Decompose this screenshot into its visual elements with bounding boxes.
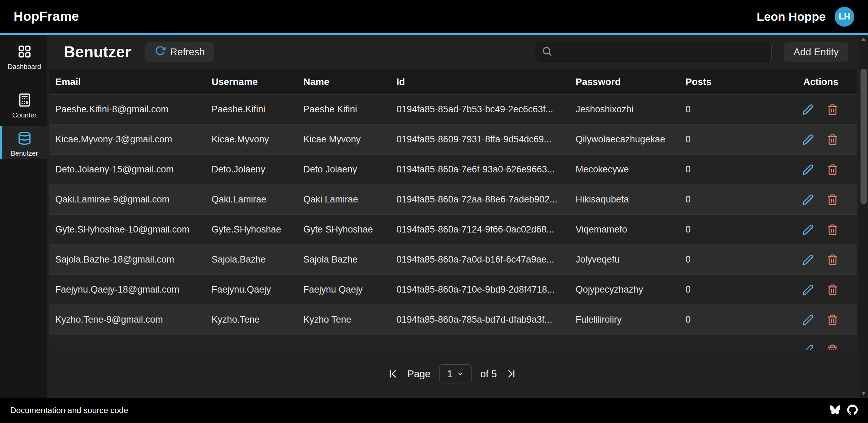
pagination: Page 1 of 5	[47, 363, 857, 384]
scroll-up-arrow[interactable]	[862, 38, 866, 41]
table-row: Kyzho.Tene-9@gmail.com Kyzho.Tene Kyzho …	[49, 305, 857, 335]
cell-posts: 0	[685, 314, 754, 325]
edit-row-button[interactable]	[802, 344, 814, 350]
cell-id: 0194fa85-860a-710e-9bd9-2d8f4718...	[396, 284, 576, 295]
delete-row-button[interactable]	[827, 164, 838, 175]
delete-row-button[interactable]	[827, 254, 838, 266]
footer-icons	[830, 405, 858, 417]
cell-username: Paeshe.Kifini	[212, 104, 303, 115]
delete-row-button[interactable]	[827, 224, 838, 236]
bluesky-icon[interactable]	[830, 405, 840, 417]
cell-actions	[754, 314, 857, 326]
github-icon[interactable]	[847, 405, 858, 417]
edit-row-button[interactable]	[802, 314, 814, 326]
refresh-button[interactable]: Refresh	[145, 42, 215, 62]
column-header-name: Name	[303, 76, 396, 87]
footer: Documentation and source code	[0, 398, 868, 423]
delete-row-button[interactable]	[827, 344, 838, 350]
toolbar: Benutzer Refresh Add Entity	[47, 35, 857, 69]
search-box	[535, 42, 772, 62]
cell-name: Paeshe Kifini	[303, 104, 396, 115]
cell-actions	[754, 134, 857, 145]
sidebar-item-benutzer[interactable]: Benutzer	[0, 126, 47, 159]
cell-password: Mecokecywe	[576, 164, 685, 175]
entity-table: Email Username Name Id Password Posts Ac…	[49, 69, 857, 350]
delete-row-button[interactable]	[827, 314, 838, 326]
cell-posts: 0	[685, 104, 754, 115]
main-content: Benutzer Refresh Add Entity Email	[47, 35, 868, 398]
cell-id: 0194fa85-8609-7931-8ffa-9d54dc69...	[396, 134, 576, 145]
edit-row-button[interactable]	[802, 164, 814, 175]
add-entity-label: Add Entity	[794, 46, 839, 58]
cell-actions	[754, 254, 857, 266]
documentation-link[interactable]: Documentation and source code	[10, 406, 128, 415]
cell-password: Viqemamefo	[576, 224, 685, 235]
last-page-button[interactable]	[506, 368, 517, 379]
scrollbar-thumb[interactable]	[860, 69, 867, 204]
page-label: Page	[407, 368, 431, 380]
add-entity-button[interactable]: Add Entity	[784, 42, 848, 62]
sidebar-item-dashboard[interactable]: Dashboard	[0, 40, 47, 72]
cell-actions	[754, 164, 857, 175]
edit-row-button[interactable]	[802, 194, 814, 206]
cell-name: Deto Jolaeny	[303, 164, 396, 175]
edit-row-button[interactable]	[802, 254, 814, 266]
user-name: Leon Hoppe	[757, 10, 826, 24]
scroll-down-arrow[interactable]	[862, 392, 866, 395]
table-header-row: Email Username Name Id Password Posts Ac…	[49, 69, 857, 94]
table-row	[49, 335, 857, 350]
cell-id: 0194fa85-85ad-7b53-bc49-2ec6c63f...	[396, 104, 576, 115]
page-title: Benutzer	[64, 43, 131, 61]
delete-row-button[interactable]	[827, 194, 838, 206]
cell-id: 0194fa85-860a-7124-9f66-0ac02d68...	[396, 224, 576, 235]
chevron-down-icon	[457, 368, 464, 380]
cell-name: Faejynu Qaejy	[303, 284, 396, 295]
cell-password: Hikisaqubeta	[576, 194, 685, 205]
delete-row-button[interactable]	[827, 284, 838, 296]
table-row: Kicae.Myvony-3@gmail.com Kicae.Myvony Ki…	[49, 124, 857, 154]
first-page-button[interactable]	[388, 368, 399, 379]
sidebar-item-label: Benutzer	[11, 150, 38, 157]
table-row: Paeshe.Kifini-8@gmail.com Paeshe.Kifini …	[49, 94, 857, 124]
cell-email: Kicae.Myvony-3@gmail.com	[55, 134, 212, 145]
user-avatar[interactable]: LH	[835, 7, 854, 27]
cell-name: Qaki Lamirae	[303, 194, 396, 205]
total-pages-label: of 5	[480, 368, 497, 380]
cell-username: Kyzho.Tene	[212, 314, 303, 325]
calculator-icon	[17, 93, 32, 109]
cell-actions	[754, 104, 857, 115]
table-row: Sajola.Bazhe-18@gmail.com Sajola.Bazhe S…	[49, 244, 857, 274]
cell-posts: 0	[685, 254, 754, 265]
cell-id: 0194fa85-860a-7e6f-93a0-626e9663...	[396, 164, 576, 175]
page-select[interactable]: 1	[439, 364, 472, 383]
cell-name: Kicae Myvony	[303, 134, 396, 145]
cell-name: Kyzho Tene	[303, 314, 396, 325]
app-logo: HopFrame	[14, 9, 79, 24]
cell-actions	[754, 224, 857, 236]
vertical-scrollbar[interactable]	[859, 35, 868, 398]
refresh-label: Refresh	[170, 46, 205, 58]
cell-id: 0194fa85-860a-7a0d-b16f-6c47a9ae...	[396, 254, 576, 265]
cell-id: 0194fa85-860a-72aa-88e6-7adeb902...	[396, 194, 576, 205]
search-input[interactable]	[557, 46, 765, 57]
cell-password: Jolyveqefu	[576, 254, 685, 265]
edit-row-button[interactable]	[802, 134, 814, 145]
cell-actions	[754, 194, 857, 206]
top-bar: HopFrame Leon Hoppe LH	[0, 0, 868, 33]
edit-row-button[interactable]	[802, 104, 814, 115]
edit-row-button[interactable]	[802, 224, 814, 236]
search-icon	[541, 46, 552, 58]
current-page-value: 1	[447, 368, 453, 380]
cell-username: Faejynu.Qaejy	[212, 284, 303, 295]
cell-email: Paeshe.Kifini-8@gmail.com	[55, 104, 212, 115]
cell-posts: 0	[685, 134, 754, 145]
sidebar-item-counter[interactable]: Counter	[0, 88, 47, 121]
cell-password: Jeshoshixozhi	[576, 104, 685, 115]
table-row: Gyte.SHyhoshae-10@gmail.com Gyte.SHyhosh…	[49, 214, 857, 244]
edit-row-button[interactable]	[802, 284, 814, 296]
delete-row-button[interactable]	[827, 134, 838, 145]
cell-posts: 0	[685, 284, 754, 295]
database-icon	[17, 131, 32, 147]
delete-row-button[interactable]	[827, 104, 838, 115]
avatar-initials: LH	[839, 12, 850, 22]
